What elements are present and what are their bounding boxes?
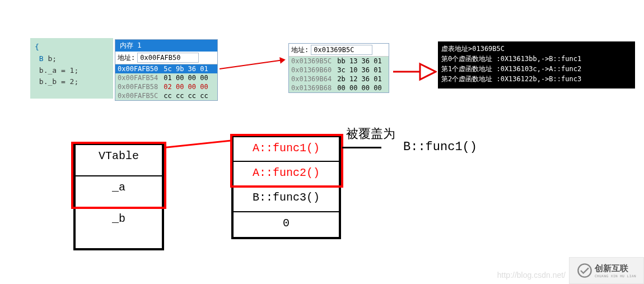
vtable-slot-3: 0 xyxy=(234,212,339,237)
memory1-addr-input[interactable] xyxy=(137,53,199,63)
memory2-addr-label: 地址: xyxy=(291,45,309,55)
memory2-rows: 0x01369B5C bb 13 36 01 0x01369B60 3c 10 … xyxy=(289,57,389,92)
addr-cell: 0x00FAFB5C xyxy=(118,92,158,100)
logo-subtext: CHUANG XIN HU LIAN xyxy=(595,274,636,278)
memory1-rows: 0x00FAFB50 5c 9b 36 01 0x00FAFB54 01 00 … xyxy=(115,64,217,100)
terminal-line: 第2个虚函数地址 :0X136122b,->B::func3 xyxy=(441,74,632,84)
vtable-slot-1: A::func2() xyxy=(234,162,339,187)
arrow-mem1-to-mem2 xyxy=(220,59,283,69)
bytes-cell: 00 00 00 00 xyxy=(337,84,381,92)
code-line3: b._b = 2; xyxy=(39,77,78,86)
code-line2: b._a = 1; xyxy=(39,66,78,75)
terminal-output: 虚表地址>01369B5C 第0个虚函数地址 :0X13613bb,->B::f… xyxy=(438,41,635,89)
addr-cell: 0x00FAFB58 xyxy=(118,83,158,91)
vtable-slot-2: B::func3() xyxy=(234,187,339,212)
logo-text: 创新互联 xyxy=(595,263,636,274)
watermark: http://blog.csdn.net/ xyxy=(497,271,566,280)
svg-marker-1 xyxy=(420,64,436,80)
vtable-slot-0: A::func1() xyxy=(234,137,339,162)
arrow-mem2-to-terminal xyxy=(392,60,437,83)
logo-icon xyxy=(577,263,592,278)
terminal-line: 第1个虚函数地址 :0X136103c,->A::func2 xyxy=(441,64,632,74)
object-vtable-slot: VTable xyxy=(76,145,162,176)
vtable-box: A::func1() A::func2() B::func3() 0 xyxy=(231,135,341,239)
memory-row[interactable]: 0x01369B60 3c 10 36 01 xyxy=(289,66,389,75)
bytes-cell: cc cc cc cc xyxy=(164,92,208,100)
memory-row[interactable]: 0x01369B64 2b 12 36 01 xyxy=(289,75,389,83)
code-type: B xyxy=(39,54,44,63)
memory-row[interactable]: 0x00FAFB54 01 00 00 00 xyxy=(115,73,217,82)
code-line1-rest: b; xyxy=(44,54,57,63)
terminal-line: 虚表地址>01369B5C xyxy=(441,44,632,54)
object-member-a: _a xyxy=(76,176,162,208)
bytes-cell: 5c 9b 36 01 xyxy=(164,65,208,73)
memory-row[interactable]: 0x00FAFB58 02 00 00 00 xyxy=(115,82,217,91)
addr-cell: 0x00FAFB54 xyxy=(118,74,158,82)
memory-row[interactable]: 0x00FAFB50 5c 9b 36 01 xyxy=(115,64,217,73)
memory-window-1: 内存 1 地址: 0x00FAFB50 5c 9b 36 01 0x00FAFB… xyxy=(115,39,218,101)
addr-cell: 0x01369B5C xyxy=(291,57,332,65)
addr-cell: 0x01369B60 xyxy=(291,66,332,74)
svg-point-2 xyxy=(578,264,591,277)
memory1-addr-label: 地址: xyxy=(118,53,135,63)
memory-window-2: 地址: 0x01369B5C bb 13 36 01 0x01369B60 3c… xyxy=(288,43,389,93)
object-member-b: _b xyxy=(76,208,162,248)
pointer-vtable0-to-label xyxy=(342,147,381,148)
memory-row[interactable]: 0x00FAFB5C cc cc cc cc xyxy=(115,91,217,100)
addr-cell: 0x01369B64 xyxy=(291,75,332,83)
logo: 创新互联 CHUANG XIN HU LIAN xyxy=(569,257,644,284)
memory-row[interactable]: 0x01369B5C bb 13 36 01 xyxy=(289,57,389,66)
memory-row[interactable]: 0x01369B68 00 00 00 00 xyxy=(289,83,389,92)
addr-cell: 0x01369B68 xyxy=(291,84,332,92)
memory2-addr-input[interactable] xyxy=(311,45,372,55)
code-brace: { xyxy=(35,43,39,51)
bytes-cell: 01 00 00 00 xyxy=(164,74,208,82)
bytes-cell: bb 13 36 01 xyxy=(337,57,381,65)
bytes-cell: 02 00 00 00 xyxy=(164,83,208,91)
addr-cell: 0x00FAFB50 xyxy=(118,65,158,73)
bytes-cell: 2b 12 36 01 xyxy=(337,75,381,83)
overridden-value: B::func1() xyxy=(403,140,477,154)
code-block: { B b; b._a = 1; b._b = 2; xyxy=(30,38,113,99)
bytes-cell: 3c 10 36 01 xyxy=(337,66,381,74)
object-layout-box: VTable _a _b xyxy=(73,143,164,250)
terminal-line: 第0个虚函数地址 :0X13613bb,->B::func1 xyxy=(441,54,632,64)
pointer-object-to-vtable xyxy=(164,139,231,148)
memory-window-1-title: 内存 1 xyxy=(115,40,217,52)
overridden-label: 被覆盖为 xyxy=(346,125,395,142)
